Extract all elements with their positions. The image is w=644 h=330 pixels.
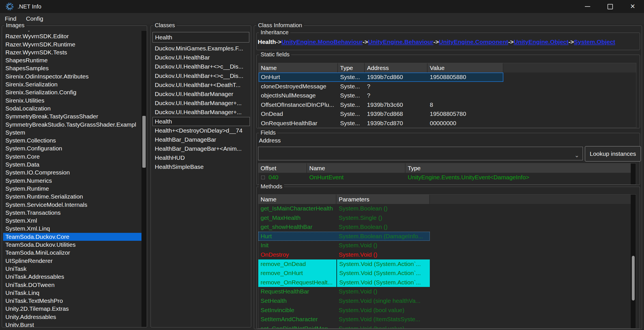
image-list-item[interactable]: System.Runtime [3,185,141,193]
method-row[interactable]: RequestHealthBarSystem.Void () [258,287,636,296]
class-list-item[interactable]: Duckov.UI.HealthBar+<>c__Dis... [153,71,250,80]
static-field-row[interactable]: objectIsNullMessageSyste...? [259,91,636,100]
column-header[interactable]: Name [307,163,405,173]
image-list-item[interactable]: System.Numerics [3,177,141,185]
maximize-button[interactable] [599,0,621,13]
field-row[interactable]: 040OnHurtEventUnityEngine.Events.UnityEv… [258,173,636,182]
image-list-item[interactable]: UniTask.Addressables [3,273,141,281]
methods-scrollbar-thumb[interactable] [632,256,635,301]
image-list-item[interactable]: Razer.WyvrnSDK.Runtime [3,41,141,48]
image-list-item[interactable]: System.Runtime.Serialization [3,193,141,201]
images-scrollbar[interactable] [141,31,147,327]
column-header[interactable]: Address [365,63,428,73]
class-list-item[interactable]: HealthBar_DamageBar [153,135,250,144]
image-list-item[interactable]: TeamSoda.MiniLocalizor [3,249,141,257]
method-row[interactable]: get_MaxHealthSystem.Single () [258,213,636,223]
method-row[interactable]: remove_OnRequestHealt...System.Void (Sys… [258,278,430,287]
image-list-item[interactable]: Sirenix.OdinInspector.Attributes [3,73,141,80]
image-list-item[interactable]: System.Xml [3,217,141,225]
static-field-row[interactable]: cloneDestroyedMessageSyste...? [259,82,636,91]
class-list-item[interactable]: Duckov.UI.HealthBar+<DeathT... [153,80,250,90]
image-list-item[interactable]: SymmetryBreakStudio.TastyGrassShader.Exa… [3,121,141,129]
image-list-item[interactable]: TeamSoda.Duckov.Core [3,233,141,241]
column-header[interactable]: Name [258,195,336,204]
method-row[interactable]: SetItemAndCharacterSystem.Void (ItemStat… [258,315,636,324]
class-filter-input[interactable] [153,32,249,42]
method-row[interactable]: HurtSystem.Boolean (DamageInfo... [258,232,430,241]
address-combobox[interactable]: ⌄ [258,147,583,160]
column-header[interactable]: Parameters [336,195,430,204]
class-list-item[interactable]: HealthHUD [153,153,250,162]
class-list-item[interactable]: HealthSimpleBase [153,162,250,171]
image-list-item[interactable]: SymmetryBreak.TastyGrassShader [3,112,141,120]
method-row[interactable]: OnDestroySystem.Void () [258,250,636,259]
class-list-item[interactable]: Duckov.UI.HealthBarManager+... [153,108,250,117]
image-list-item[interactable]: Unity.Burst [3,321,141,327]
minimize-button[interactable] [576,0,599,13]
class-list-item[interactable]: Duckov.UI.HealthBarManager+... [153,99,250,108]
class-list-item[interactable]: HealthBar_DamageBar+<Anim... [153,144,250,153]
image-list-item[interactable]: UniTask.TextMeshPro [3,297,141,305]
methods-scrollbar-track[interactable] [631,195,636,328]
column-header[interactable]: Type [338,63,365,73]
inheritance-link[interactable]: UnityEngine.Component [439,39,508,45]
method-row[interactable]: get_IsMainCharacterHealthSystem.Boolean … [258,204,636,213]
image-list-item[interactable]: System.Data [3,161,141,169]
image-list-item[interactable]: Sirenix.Serialization.Config [3,88,141,96]
method-row[interactable]: remove_OnHurtSystem.Void (System.Action`… [258,269,430,278]
image-list-item[interactable]: Razer.WyvrnSDK.Editor [3,32,141,40]
image-list-item[interactable]: Unity.Addressables [3,313,141,321]
method-row[interactable]: set_CanDieIfNotRaidMan...System.Void (bo… [258,324,636,329]
image-list-item[interactable]: ShapesRuntime [3,56,141,64]
column-header[interactable]: Offset [258,163,307,173]
image-list-item[interactable]: System.Collections [3,137,141,144]
image-list-item[interactable]: UniTask [3,265,141,273]
column-header[interactable]: Name [259,63,338,73]
image-list-item[interactable]: Razer.WyvrnSDK.Tests [3,48,141,56]
image-list-item[interactable]: SodaLocalization [3,105,141,112]
method-row[interactable]: remove_OnDeadSystem.Void (System.Action`… [258,259,430,269]
inheritance-link[interactable]: System.Object [574,39,615,45]
fields-scrollbar-track[interactable] [631,163,636,184]
column-header[interactable]: Type [405,163,636,173]
static-field-row[interactable]: OnRequestHealthBarSyste...1939b7cd870000… [259,119,636,128]
class-list-item[interactable]: Health [153,117,250,126]
class-list-item[interactable]: Duckov.UI.HealthBar [153,53,250,62]
column-header[interactable]: Value [428,63,503,73]
image-list-item[interactable]: UniTask.DOTween [3,281,141,289]
static-field-row[interactable]: OnDeadSyste...1939b7cd86819508805780 [259,109,636,119]
static-field-row[interactable]: OffsetOfInstanceIDInCPlu...Syste...1939b… [259,100,636,110]
method-row[interactable]: get_showHealthBarSystem.Boolean () [258,222,636,232]
method-row[interactable]: SetInvincibleSystem.Void (bool value) [258,306,636,315]
image-list-item[interactable]: ShapesSamples [3,64,141,72]
image-list-item[interactable]: TeamSoda.Duckov.Utilities [3,241,141,249]
image-list-item[interactable]: UISplineRenderer [3,257,141,265]
inheritance-link[interactable]: UnityEngine.Behaviour [368,39,433,45]
class-list-item[interactable]: Health+<DestroyOnDelay>d__74 [153,126,250,135]
image-list-item[interactable]: Unity.2D.Tilemap.Extras [3,305,141,313]
image-list-item[interactable]: System.Configuration [3,144,141,152]
tree-expander-icon[interactable] [261,176,265,179]
class-list-item[interactable]: Duckov.UI.HealthBarManager [153,90,250,99]
image-list-item[interactable]: Sirenix.Utilities [3,97,141,105]
static-field-row[interactable]: OnHurtSyste...1939b7cd86019508805880 [259,73,503,82]
images-scrollbar-thumb[interactable] [142,116,146,168]
class-list-item[interactable]: Duckov.UI.HealthBar+<>c__Dis... [153,62,250,71]
class-list-item[interactable]: Duckov.MiniGames.Examples.F... [153,44,250,53]
method-row[interactable]: SetHealthSystem.Void (single healthVa... [258,296,636,306]
field-row[interactable]: 048characterHealthIt...CharacterHealthIt… [258,182,636,185]
chevron-down-icon[interactable]: ⌄ [574,149,579,162]
image-list-item[interactable]: System.ServiceModel.Internals [3,201,141,209]
method-row[interactable]: InitSystem.Void () [258,241,636,250]
image-list-item[interactable]: Sirenix.Serialization [3,80,141,88]
image-list-item[interactable]: System.Xml.Linq [3,225,141,233]
lookup-instances-button[interactable]: Lookup instances [585,146,641,161]
image-list-item[interactable]: System.IO.Compression [3,169,141,176]
image-list-item[interactable]: System.Transactions [3,209,141,217]
image-list-item[interactable]: System [3,129,141,137]
inheritance-link[interactable]: UnityEngine.Object [514,39,568,45]
image-list-item[interactable]: UniTask.Linq [3,289,141,297]
close-button[interactable]: ✕ [621,0,644,13]
image-list-item[interactable]: System.Core [3,153,141,161]
inheritance-link[interactable]: UnityEngine.MonoBehaviour [281,39,362,45]
